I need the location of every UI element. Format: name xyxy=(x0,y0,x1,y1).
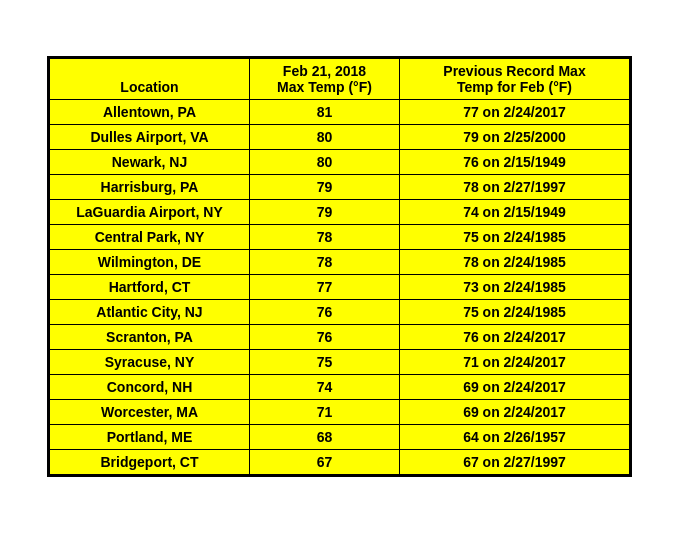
cell-max-temp: 81 xyxy=(250,100,400,125)
table-row: Syracuse, NY7571 on 2/24/2017 xyxy=(50,350,630,375)
cell-prev-record: 64 on 2/26/1957 xyxy=(400,425,630,450)
table-row: Worcester, MA7169 on 2/24/2017 xyxy=(50,400,630,425)
cell-location: Concord, NH xyxy=(50,375,250,400)
cell-prev-record: 78 on 2/27/1997 xyxy=(400,175,630,200)
cell-location: Harrisburg, PA xyxy=(50,175,250,200)
cell-prev-record: 67 on 2/27/1997 xyxy=(400,450,630,475)
table-row: Hartford, CT7773 on 2/24/1985 xyxy=(50,275,630,300)
cell-max-temp: 78 xyxy=(250,250,400,275)
cell-max-temp: 76 xyxy=(250,300,400,325)
table-row: Dulles Airport, VA8079 on 2/25/2000 xyxy=(50,125,630,150)
table-row: Concord, NH7469 on 2/24/2017 xyxy=(50,375,630,400)
cell-location: Newark, NJ xyxy=(50,150,250,175)
cell-max-temp: 67 xyxy=(250,450,400,475)
temperature-table-wrapper: Location Feb 21, 2018 Max Temp (°F) Prev… xyxy=(47,56,632,477)
cell-max-temp: 77 xyxy=(250,275,400,300)
cell-max-temp: 75 xyxy=(250,350,400,375)
cell-location: Hartford, CT xyxy=(50,275,250,300)
cell-location: Atlantic City, NJ xyxy=(50,300,250,325)
cell-prev-record: 73 on 2/24/1985 xyxy=(400,275,630,300)
table-row: Bridgeport, CT6767 on 2/27/1997 xyxy=(50,450,630,475)
cell-max-temp: 68 xyxy=(250,425,400,450)
temperature-table: Location Feb 21, 2018 Max Temp (°F) Prev… xyxy=(49,58,630,475)
cell-max-temp: 78 xyxy=(250,225,400,250)
cell-prev-record: 76 on 2/15/1949 xyxy=(400,150,630,175)
table-row: Central Park, NY7875 on 2/24/1985 xyxy=(50,225,630,250)
cell-location: Portland, ME xyxy=(50,425,250,450)
cell-prev-record: 76 on 2/24/2017 xyxy=(400,325,630,350)
table-row: Wilmington, DE7878 on 2/24/1985 xyxy=(50,250,630,275)
cell-location: Worcester, MA xyxy=(50,400,250,425)
cell-max-temp: 74 xyxy=(250,375,400,400)
cell-prev-record: 74 on 2/15/1949 xyxy=(400,200,630,225)
cell-location: LaGuardia Airport, NY xyxy=(50,200,250,225)
cell-max-temp: 80 xyxy=(250,125,400,150)
header-max-temp: Feb 21, 2018 Max Temp (°F) xyxy=(250,59,400,100)
cell-prev-record: 79 on 2/25/2000 xyxy=(400,125,630,150)
header-location: Location xyxy=(50,59,250,100)
table-row: LaGuardia Airport, NY7974 on 2/15/1949 xyxy=(50,200,630,225)
cell-max-temp: 80 xyxy=(250,150,400,175)
table-row: Newark, NJ8076 on 2/15/1949 xyxy=(50,150,630,175)
table-row: Portland, ME6864 on 2/26/1957 xyxy=(50,425,630,450)
cell-prev-record: 69 on 2/24/2017 xyxy=(400,375,630,400)
cell-location: Wilmington, DE xyxy=(50,250,250,275)
cell-location: Syracuse, NY xyxy=(50,350,250,375)
cell-max-temp: 76 xyxy=(250,325,400,350)
cell-prev-record: 78 on 2/24/1985 xyxy=(400,250,630,275)
cell-location: Central Park, NY xyxy=(50,225,250,250)
cell-prev-record: 75 on 2/24/1985 xyxy=(400,225,630,250)
header-prev-record: Previous Record Max Temp for Feb (°F) xyxy=(400,59,630,100)
cell-max-temp: 71 xyxy=(250,400,400,425)
table-row: Atlantic City, NJ7675 on 2/24/1985 xyxy=(50,300,630,325)
cell-max-temp: 79 xyxy=(250,200,400,225)
table-row: Harrisburg, PA7978 on 2/27/1997 xyxy=(50,175,630,200)
table-row: Scranton, PA7676 on 2/24/2017 xyxy=(50,325,630,350)
cell-location: Allentown, PA xyxy=(50,100,250,125)
cell-prev-record: 75 on 2/24/1985 xyxy=(400,300,630,325)
cell-location: Scranton, PA xyxy=(50,325,250,350)
table-header-row: Location Feb 21, 2018 Max Temp (°F) Prev… xyxy=(50,59,630,100)
cell-prev-record: 71 on 2/24/2017 xyxy=(400,350,630,375)
cell-prev-record: 69 on 2/24/2017 xyxy=(400,400,630,425)
cell-prev-record: 77 on 2/24/2017 xyxy=(400,100,630,125)
cell-location: Dulles Airport, VA xyxy=(50,125,250,150)
cell-location: Bridgeport, CT xyxy=(50,450,250,475)
cell-max-temp: 79 xyxy=(250,175,400,200)
table-row: Allentown, PA8177 on 2/24/2017 xyxy=(50,100,630,125)
